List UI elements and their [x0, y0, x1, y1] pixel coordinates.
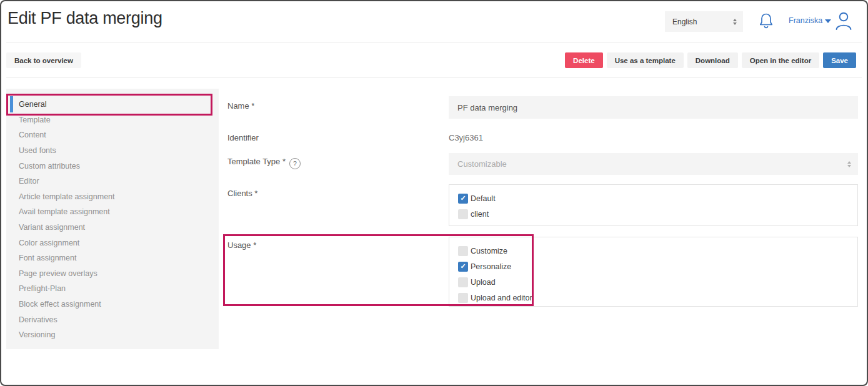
- sidebar-item-label: Article template assignment: [19, 192, 115, 201]
- sidebar-item-label: Page preview overlays: [19, 269, 97, 278]
- sidebar-item[interactable]: Used fonts: [6, 143, 219, 159]
- sidebar-item[interactable]: Variant assignment: [6, 220, 219, 235]
- sidebar-item[interactable]: Color assignment: [6, 235, 219, 250]
- save-button[interactable]: Save: [823, 52, 856, 68]
- sidebar-item[interactable]: Preflight-Plan: [6, 281, 219, 297]
- sidebar-item-label: Variant assignment: [19, 223, 85, 232]
- checkbox-label: client: [471, 210, 489, 219]
- clients-checkbox-group: Default client: [449, 184, 858, 226]
- open-in-editor-button[interactable]: Open in the editor: [742, 52, 819, 68]
- use-as-template-button[interactable]: Use as a template: [607, 52, 684, 68]
- help-icon[interactable]: ?: [289, 158, 301, 169]
- template-type-select[interactable]: Customizable: [449, 153, 858, 175]
- sidebar-item-label: Editor: [19, 177, 39, 186]
- user-avatar-icon[interactable]: [834, 11, 853, 33]
- checkbox-row[interactable]: Upload: [458, 274, 857, 290]
- sidebar-item-label: Block effect assignment: [19, 300, 101, 309]
- checkbox[interactable]: [458, 262, 468, 272]
- bell-icon[interactable]: [758, 12, 774, 33]
- checkbox[interactable]: [458, 246, 468, 256]
- checkbox[interactable]: [458, 194, 468, 204]
- checkbox-label: Upload: [471, 278, 496, 287]
- delete-button[interactable]: Delete: [565, 52, 603, 68]
- checkbox[interactable]: [458, 209, 468, 219]
- sidebar-item[interactable]: Article template assignment: [6, 189, 219, 205]
- user-name[interactable]: Franziska: [789, 16, 822, 25]
- sidebar-item-label: Derivatives: [19, 315, 57, 324]
- app-window: Edit PF data merging English Franziska B…: [0, 0, 868, 386]
- name-input[interactable]: [449, 96, 858, 119]
- sidebar-item-label: Template: [19, 116, 51, 124]
- sidebar-item-label: Custom attributes: [19, 162, 80, 171]
- checkbox-row[interactable]: client: [458, 206, 857, 222]
- select-arrows-icon: [847, 161, 851, 167]
- usage-label: Usage *: [227, 240, 256, 250]
- language-select-value: English: [672, 17, 697, 26]
- checkbox-label: Personalize: [471, 262, 511, 271]
- page-title: Edit PF data merging: [7, 9, 162, 28]
- sidebar-item[interactable]: Font assignment: [6, 250, 219, 266]
- template-type-label: Template Type *?: [227, 157, 301, 169]
- sidebar-item[interactable]: Custom attributes: [6, 158, 219, 174]
- sidebar-item[interactable]: Derivatives: [6, 312, 219, 327]
- checkbox-row[interactable]: Customize: [458, 243, 857, 259]
- checkbox-label: Upload and editor: [471, 294, 532, 302]
- sidebar-item-label: Preflight-Plan: [19, 284, 66, 293]
- checkbox[interactable]: [458, 293, 468, 303]
- select-arrows-icon: [733, 19, 737, 25]
- name-label: Name *: [227, 101, 254, 111]
- sidebar-item[interactable]: Versioning: [6, 327, 219, 343]
- sidebar-item[interactable]: Block effect assignment: [6, 297, 219, 312]
- clients-label: Clients *: [227, 189, 257, 198]
- checkbox[interactable]: [458, 277, 468, 287]
- sidebar-item[interactable]: Avail template assignment: [6, 204, 219, 220]
- toolbar-divider: [6, 77, 862, 78]
- sidebar-item-label: Color assignment: [19, 239, 79, 247]
- sidebar-item-label: General: [19, 100, 46, 109]
- sidebar-item-label: Avail template assignment: [19, 207, 110, 216]
- back-to-overview-button[interactable]: Back to overview: [6, 52, 81, 68]
- sidebar-item-label: Content: [19, 131, 46, 139]
- sidebar-item[interactable]: Content: [6, 127, 219, 143]
- sidebar-item-label: Used fonts: [19, 146, 56, 155]
- checkbox-row[interactable]: Upload and editor: [458, 290, 857, 305]
- sidebar-item[interactable]: Editor: [6, 174, 219, 189]
- download-button[interactable]: Download: [687, 52, 738, 68]
- checkbox-label: Default: [471, 194, 496, 203]
- language-select[interactable]: English: [665, 11, 743, 32]
- sidebar-item[interactable]: General: [6, 97, 219, 112]
- template-type-value: Customizable: [457, 159, 507, 169]
- usage-checkbox-group: Customize Personalize Upload Upload and …: [449, 237, 858, 307]
- sidebar: General Template Content Used fonts Cust…: [6, 89, 219, 349]
- sidebar-item-label: Font assignment: [19, 254, 76, 262]
- identifier-value: C3yj6361: [449, 133, 483, 142]
- checkbox-label: Customize: [471, 247, 507, 255]
- header-divider: [6, 42, 862, 43]
- identifier-label: Identifier: [227, 133, 259, 142]
- sidebar-item-label: Versioning: [19, 330, 55, 339]
- sidebar-item[interactable]: Page preview overlays: [6, 266, 219, 282]
- sidebar-item[interactable]: Template: [6, 112, 219, 128]
- checkbox-row[interactable]: Default: [458, 191, 857, 206]
- checkbox-row[interactable]: Personalize: [458, 259, 857, 274]
- toolbar-actions: Delete Use as a template Download Open i…: [565, 52, 856, 68]
- chevron-down-icon[interactable]: [825, 19, 831, 23]
